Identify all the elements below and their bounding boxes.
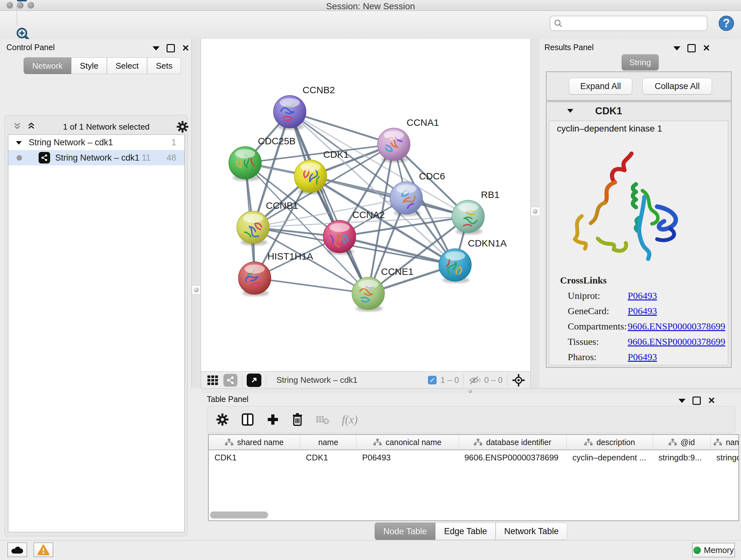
tab-node-table[interactable]: Node Table	[375, 523, 435, 540]
network-edge-CCNB2-CCNE1[interactable]	[290, 112, 368, 294]
column-header-name[interactable]: name	[300, 435, 356, 450]
left-splitter[interactable]	[192, 39, 201, 388]
crosslink-link[interactable]: P06493	[628, 290, 657, 301]
toolbar-export-image-button[interactable]	[14, 0, 32, 5]
node-label: CDK1	[323, 149, 349, 160]
warning-icon	[37, 544, 50, 556]
network-edge-HIST1H1A-CCNE1[interactable]	[255, 278, 368, 294]
table-cell[interactable]: cyclin–dependent ...	[567, 450, 653, 465]
node-highlight	[396, 184, 416, 193]
gene-result-header[interactable]: CDK1	[547, 102, 731, 120]
network-node-CCNB1[interactable]: CCNB1	[237, 200, 298, 246]
control-panel-float-icon[interactable]	[166, 44, 175, 52]
node-label: CCNB2	[302, 84, 335, 95]
expand-all-button[interactable]: Expand All	[569, 78, 632, 95]
collapse-all-button[interactable]: Collapse All	[643, 78, 712, 95]
results-panel-menu-icon[interactable]	[673, 46, 680, 51]
table-panel-float-icon[interactable]	[692, 396, 701, 405]
bottom-splitter-handle[interactable]	[468, 389, 472, 393]
tab-string[interactable]: String	[622, 54, 659, 70]
memory-label: Memory	[704, 545, 734, 555]
crosslink-link[interactable]: P06493	[628, 306, 657, 316]
crosslink-row: Tissues:9606.ENSP00000378699	[560, 336, 725, 347]
tree-expand-icon[interactable]	[15, 138, 22, 147]
node-label: CCNA1	[407, 117, 439, 128]
network-node-CCNE1[interactable]: CCNE1	[352, 266, 414, 312]
crosslink-label: Pharos:	[568, 352, 628, 362]
node-label: CCNE1	[381, 266, 414, 277]
show-columns-icon[interactable]	[241, 413, 254, 427]
table-cell[interactable]: stringdb:9...	[653, 450, 711, 465]
tab-select[interactable]: Select	[107, 57, 147, 74]
fit-selected-crosshair-icon[interactable]	[512, 374, 525, 387]
table-cell[interactable]: CDK1	[300, 450, 356, 465]
crosslinks-title: CrossLinks	[560, 275, 725, 286]
control-panel-close-icon[interactable]: ✕	[182, 45, 189, 51]
column-header-id[interactable]: @id	[653, 435, 711, 450]
results-panel-close-icon[interactable]: ✕	[703, 45, 710, 51]
right-splitter[interactable]	[530, 39, 540, 388]
function-builder-icon: f(x)	[342, 413, 358, 426]
network-panel-body: 1 of 1 Network selected	[4, 115, 188, 537]
create-column-plus-icon[interactable]	[266, 413, 279, 426]
table-panel-close-icon[interactable]: ✕	[708, 397, 715, 404]
tab-style[interactable]: Style	[71, 57, 107, 74]
tab-edge-table[interactable]: Edge Table	[435, 523, 495, 540]
tab-network-table[interactable]: Network Table	[495, 523, 567, 540]
results-panel-float-icon[interactable]	[687, 44, 696, 52]
control-panel-menu-icon[interactable]	[152, 46, 159, 51]
results-panel-title: Results Panel	[544, 43, 594, 52]
network-node-CDKN1A[interactable]: CDKN1A	[439, 238, 507, 283]
crosslink-link[interactable]: 9606.ENSP00000378699	[628, 336, 725, 347]
delete-column-trash-icon[interactable]	[291, 413, 304, 427]
column-header-canonical-name[interactable]: canonical name	[356, 435, 459, 450]
column-header-description[interactable]: description	[567, 435, 653, 450]
left-splitter-handle[interactable]	[192, 286, 201, 294]
table-row[interactable]: CDK1CDK1P064939606.ENSP00000378699cyclin…	[209, 450, 739, 465]
column-header-namespace[interactable]: namespace	[711, 435, 739, 450]
collapse-all-networks-icon[interactable]	[12, 122, 22, 132]
table-cell[interactable]: CDK1	[209, 450, 300, 465]
network-row-selected[interactable]: String Network – cdk1 11 48	[8, 150, 185, 165]
column-header-shared-name[interactable]: shared name	[209, 435, 300, 450]
node-label: CDC25B	[258, 136, 295, 146]
table-cell[interactable]: P06493	[356, 450, 459, 465]
column-header-database-identifier[interactable]: database identifier	[459, 435, 567, 450]
table-panel-menu-icon[interactable]	[678, 399, 685, 403]
table-settings-gear-icon[interactable]	[216, 413, 229, 426]
gene-expand-icon[interactable]	[566, 108, 574, 115]
selected-checkbox[interactable]: ✓	[428, 376, 436, 384]
network-share-icon[interactable]	[223, 374, 238, 387]
network-view-statusbar: String Network – cdk1 ✓ 1 – 0 0 – 0	[201, 371, 530, 388]
crosslink-link[interactable]: 9606.ENSP00000378699	[628, 321, 725, 332]
table-cell[interactable]: stringdb	[711, 450, 739, 465]
edge-count: 48	[166, 153, 176, 163]
memory-status-dot	[693, 547, 701, 554]
open-in-window-icon[interactable]	[247, 374, 261, 387]
node-highlight	[235, 149, 255, 159]
network-node-HIST1H1A[interactable]: HIST1H1A	[239, 251, 313, 296]
table-horizontal-scrollbar[interactable]	[210, 511, 268, 518]
right-splitter-handle[interactable]	[531, 207, 540, 216]
network-options-gear-icon[interactable]	[177, 121, 189, 133]
cloud-button[interactable]	[7, 543, 27, 557]
network-view-canvas[interactable]: CCNB2CCNA1CDC25BCDK1CDC6RB1CCNB1CCNA2CDK…	[201, 39, 530, 371]
network-collection-row[interactable]: String Network – cdk1 1	[8, 135, 185, 150]
control-panel-tabbar: NetworkStyleSelectSets	[23, 57, 181, 74]
help-button[interactable]: ?	[718, 15, 735, 33]
tab-network[interactable]: Network	[23, 57, 71, 74]
birds-eye-grid-icon[interactable]	[207, 374, 219, 386]
memory-button[interactable]: Memory	[692, 543, 735, 557]
current-network-title: String Network – cdk1	[276, 375, 357, 385]
search-input[interactable]	[562, 17, 707, 29]
network-node-CCNA1[interactable]: CCNA1	[378, 117, 439, 163]
node-count: 11	[142, 153, 151, 163]
network-node-RB1[interactable]: RB1	[452, 189, 499, 235]
gene-detail-card: cyclin–dependent kinase 1	[549, 121, 728, 365]
crosslink-link[interactable]: P06493	[628, 352, 657, 362]
expand-all-networks-icon[interactable]	[26, 122, 36, 132]
tab-sets[interactable]: Sets	[147, 57, 181, 74]
control-panel-title: Control Panel	[6, 43, 55, 52]
warnings-button[interactable]	[33, 543, 53, 557]
table-cell[interactable]: 9606.ENSP00000378699	[459, 450, 567, 465]
